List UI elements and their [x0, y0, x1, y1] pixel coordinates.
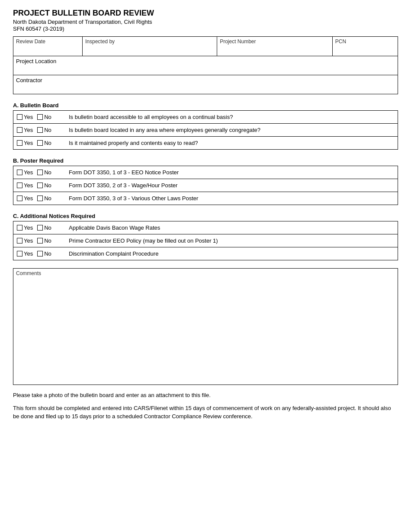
section-c-q3-yes-label[interactable]: Yes: [17, 250, 33, 257]
yes-label-a3: Yes: [24, 140, 33, 146]
page-title: PROJECT BULLETIN BOARD REVIEW: [13, 9, 398, 18]
section-c-q2-checkboxes: Yes No: [17, 237, 69, 244]
section-c-q2-yes-label[interactable]: Yes: [17, 237, 33, 244]
section-a-q3-yes-checkbox[interactable]: [17, 140, 22, 146]
section-c-q3-text: Discrimination Complaint Procedure: [69, 250, 394, 257]
section-b-q3-yes-checkbox[interactable]: [17, 195, 22, 201]
section-b-q1-text: Form DOT 3350, 1 of 3 - EEO Notice Poste…: [69, 169, 394, 176]
pcn-value: [335, 45, 395, 54]
section-b-q2-yes-label[interactable]: Yes: [17, 182, 33, 189]
org-subtitle: North Dakota Department of Transportatio…: [13, 19, 398, 25]
section-b-q2-no-checkbox[interactable]: [37, 183, 43, 188]
project-number-label: Project Number: [220, 38, 330, 45]
section-b-title: B. Poster Required: [13, 157, 398, 164]
section-a-q1-checkboxes: Yes No: [17, 114, 69, 120]
section-a-q2-checkboxes: Yes No: [17, 127, 69, 133]
no-label-a1: No: [44, 114, 51, 120]
footer-line2: This form should be completed and entere…: [13, 404, 398, 421]
section-c-box: Yes No Applicable Davis Bacon Wage Rates…: [13, 221, 398, 260]
section-b-q1-yes-checkbox[interactable]: [17, 170, 22, 175]
section-a-q3-text: Is it maintained properly and contents e…: [69, 140, 394, 146]
section-a-q1-no-checkbox[interactable]: [37, 114, 43, 120]
review-date-label: Review Date: [16, 38, 80, 45]
section-b-q3-checkboxes: Yes No: [17, 195, 69, 202]
comments-box[interactable]: Comments: [13, 268, 398, 385]
no-label-a2: No: [44, 127, 51, 133]
project-location-value: [16, 64, 395, 73]
section-b-box: Yes No Form DOT 3350, 1 of 3 - EEO Notic…: [13, 166, 398, 205]
section-b-q3-no-checkbox[interactable]: [37, 195, 43, 201]
section-a-q2-no-label[interactable]: No: [37, 127, 51, 133]
inspected-by-value: [85, 45, 214, 54]
section-c-q1-no-label[interactable]: No: [37, 224, 51, 231]
section-c-q2-no-label[interactable]: No: [37, 237, 51, 244]
section-b-q2-no-label[interactable]: No: [37, 182, 51, 189]
section-c-title: C. Additional Notices Required: [13, 213, 398, 219]
section-b-q1-checkboxes: Yes No: [17, 169, 69, 176]
yes-label-c3: Yes: [24, 250, 33, 257]
section-c-q1-checkboxes: Yes No: [17, 224, 69, 231]
section-a-q3-no-label[interactable]: No: [37, 140, 51, 146]
footer: Please take a photo of the bulletin boar…: [13, 391, 398, 421]
section-c-q1-text: Applicable Davis Bacon Wage Rates: [69, 224, 394, 231]
section-a-q2-text: Is bulletin board located in any area wh…: [69, 127, 394, 133]
project-number-value: [220, 45, 330, 54]
section-c-q1-row: Yes No Applicable Davis Bacon Wage Rates: [13, 221, 398, 234]
section-a-q1-text: Is bulletin board accessible to all empl…: [69, 114, 394, 120]
section-a-q3-checkboxes: Yes No: [17, 140, 69, 146]
section-b-q1-no-label[interactable]: No: [37, 169, 51, 176]
yes-label-b1: Yes: [24, 169, 33, 176]
section-a-q2-yes-checkbox[interactable]: [17, 127, 22, 133]
section-a-q1-no-label[interactable]: No: [37, 114, 51, 120]
section-a-q1-yes-checkbox[interactable]: [17, 114, 22, 120]
yes-label-a2: Yes: [24, 127, 33, 133]
section-c-q3-no-label[interactable]: No: [37, 250, 51, 257]
section-c-q2-yes-checkbox[interactable]: [17, 238, 22, 244]
section-a-q1-row: Yes No Is bulletin board accessible to a…: [13, 111, 398, 124]
form-number: SFN 60547 (3-2019): [13, 26, 398, 32]
section-a-q2-row: Yes No Is bulletin board located in any …: [13, 124, 398, 137]
section-c-q3-no-checkbox[interactable]: [37, 251, 43, 256]
footer-line1: Please take a photo of the bulletin boar…: [13, 391, 398, 400]
section-c-q3-checkboxes: Yes No: [17, 250, 69, 257]
section-b-q3-text: Form DOT 3350, 3 of 3 - Various Other La…: [69, 195, 394, 202]
section-c-q2-row: Yes No Prime Contractor EEO Policy (may …: [13, 234, 398, 247]
contractor-label: Contractor: [16, 77, 395, 83]
yes-label-a1: Yes: [24, 114, 33, 120]
no-label-c2: No: [44, 237, 51, 244]
section-b-q2-checkboxes: Yes No: [17, 182, 69, 189]
no-label-a3: No: [44, 140, 51, 146]
section-b-q2-text: Form DOT 3350, 2 of 3 - Wage/Hour Poster: [69, 182, 394, 189]
section-b-q2-yes-checkbox[interactable]: [17, 183, 22, 188]
yes-label-b2: Yes: [24, 182, 33, 189]
section-b-q1-yes-label[interactable]: Yes: [17, 169, 33, 176]
project-location-row: Project Location: [13, 56, 398, 75]
section-a-q2-yes-label[interactable]: Yes: [17, 127, 33, 133]
section-a-q2-no-checkbox[interactable]: [37, 127, 43, 133]
section-c-q1-yes-label[interactable]: Yes: [17, 224, 33, 231]
section-c-q3-row: Yes No Discrimination Complaint Procedur…: [13, 247, 398, 260]
no-label-b2: No: [44, 182, 51, 189]
comments-label: Comments: [16, 270, 395, 276]
section-b-q3-yes-label[interactable]: Yes: [17, 195, 33, 202]
section-a-q3-row: Yes No Is it maintained properly and con…: [13, 137, 398, 149]
section-c-q2-no-checkbox[interactable]: [37, 238, 43, 244]
contractor-value: [16, 83, 395, 92]
section-b-q3-no-label[interactable]: No: [37, 195, 51, 202]
yes-label-c2: Yes: [24, 237, 33, 244]
pcn-label: PCN: [335, 38, 395, 45]
section-a-q3-yes-label[interactable]: Yes: [17, 140, 33, 146]
section-a-q1-yes-label[interactable]: Yes: [17, 114, 33, 120]
inspected-by-label: Inspected by: [85, 38, 214, 45]
section-c-q1-no-checkbox[interactable]: [37, 225, 43, 231]
no-label-c3: No: [44, 250, 51, 257]
section-c-q1-yes-checkbox[interactable]: [17, 225, 22, 231]
section-c-q2-text: Prime Contractor EEO Policy (may be fill…: [69, 237, 394, 244]
no-label-b3: No: [44, 195, 51, 202]
section-b-q1-no-checkbox[interactable]: [37, 170, 43, 175]
section-c-q3-yes-checkbox[interactable]: [17, 251, 22, 256]
section-a-q3-no-checkbox[interactable]: [37, 140, 43, 146]
section-b-q3-row: Yes No Form DOT 3350, 3 of 3 - Various O…: [13, 192, 398, 205]
comments-container: Comments: [13, 268, 398, 385]
project-location-label: Project Location: [16, 58, 395, 64]
